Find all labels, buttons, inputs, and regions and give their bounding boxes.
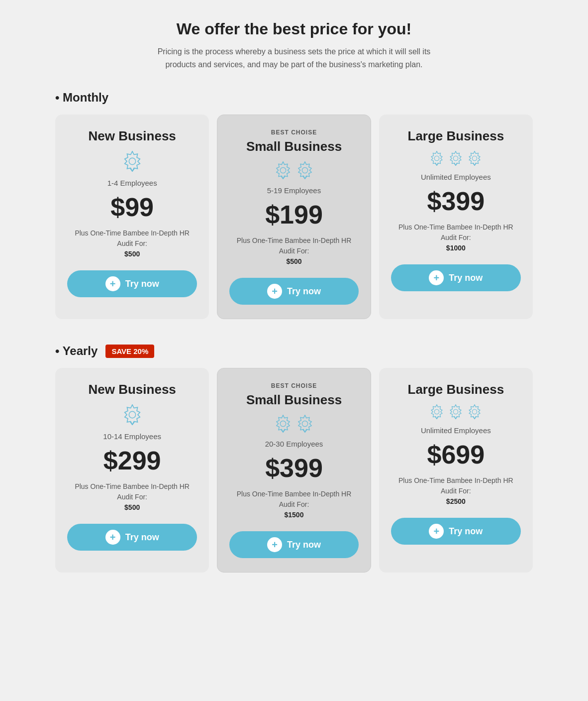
- try-now-button[interactable]: + Try now: [229, 531, 358, 558]
- svg-marker-28: [277, 415, 290, 432]
- audit-amount: $500: [286, 257, 301, 265]
- svg-point-9: [302, 167, 307, 173]
- try-btn-label: Try now: [125, 279, 159, 289]
- svg-point-41: [454, 409, 459, 414]
- audit-text: Plus One-Time Bambee In-Depth HR Audit F…: [67, 228, 197, 259]
- badge-icon: [229, 161, 358, 179]
- svg-point-5: [280, 167, 286, 173]
- card-title: New Business: [67, 128, 197, 144]
- audit-text: Plus One-Time Bambee In-Depth HR Audit F…: [67, 481, 197, 513]
- svg-point-37: [435, 409, 440, 414]
- try-btn-label: Try now: [449, 526, 483, 537]
- try-btn-label: Try now: [287, 286, 321, 297]
- audit-text: Plus One-Time Bambee In-Depth HR Audit F…: [229, 489, 358, 520]
- card-large-business-yearly: Large Business Unlimited Employees $699 …: [379, 368, 533, 573]
- try-now-button[interactable]: + Try now: [391, 264, 521, 291]
- svg-marker-24: [124, 405, 140, 425]
- monthly-cards-grid: New Business 1-4 Employees $99 Plus One-…: [55, 115, 533, 319]
- card-title: Small Business: [229, 139, 358, 154]
- price: $399: [391, 186, 521, 216]
- card-title: Small Business: [229, 392, 358, 408]
- audit-text: Plus One-Time Bambee In-Depth HR Audit F…: [391, 475, 521, 507]
- audit-amount: $1000: [446, 244, 466, 252]
- price: $99: [67, 192, 197, 222]
- try-btn-label: Try now: [287, 540, 321, 550]
- plus-icon: +: [267, 284, 282, 299]
- svg-point-21: [473, 156, 478, 161]
- badge-icon: [229, 415, 358, 433]
- card-large-business-monthly: Large Business Unlimited Employees $399 …: [379, 115, 533, 319]
- svg-marker-20: [469, 151, 480, 166]
- yearly-cards-grid: New Business 10-14 Employees $299 Plus O…: [55, 368, 533, 573]
- plus-icon: +: [429, 270, 444, 285]
- employees-text: 1-4 Employees: [67, 179, 197, 187]
- badge-icon: [391, 151, 521, 166]
- try-now-button[interactable]: + Try now: [391, 518, 521, 545]
- employees-text: 10-14 Employees: [67, 432, 197, 441]
- save-badge: SAVE 20%: [105, 345, 154, 358]
- monthly-section-title: Monthly: [55, 91, 108, 105]
- svg-marker-16: [450, 151, 461, 166]
- badge-icon: [67, 404, 197, 425]
- try-now-button[interactable]: + Try now: [67, 270, 197, 297]
- try-now-button[interactable]: + Try now: [67, 524, 197, 551]
- employees-text: 5-19 Employees: [229, 186, 358, 195]
- audit-amount: $500: [124, 250, 140, 258]
- plus-icon: +: [105, 530, 120, 545]
- svg-marker-12: [431, 151, 442, 166]
- try-btn-label: Try now: [449, 273, 483, 283]
- monthly-section: Monthly New Business 1-4 Employees $99 P…: [55, 91, 533, 319]
- svg-marker-4: [277, 162, 290, 179]
- employees-text: Unlimited Employees: [391, 173, 521, 181]
- employees-text: Unlimited Employees: [391, 426, 521, 435]
- card-small-business-monthly: BEST CHOISE Small Business 5-19 Employee…: [217, 115, 371, 319]
- svg-point-45: [473, 409, 478, 414]
- try-now-button[interactable]: + Try now: [229, 278, 358, 305]
- audit-text: Plus One-Time Bambee In-Depth HR Audit F…: [391, 222, 521, 253]
- best-choice-label: BEST CHOISE: [229, 382, 358, 389]
- yearly-section-header: Yearly SAVE 20%: [55, 344, 533, 358]
- page-subtitle: Pricing is the process whereby a busines…: [145, 45, 443, 71]
- page-wrapper: We offer the best price for you! Pricing…: [55, 20, 533, 681]
- audit-amount: $2500: [446, 497, 466, 505]
- svg-marker-8: [298, 162, 311, 179]
- svg-marker-40: [450, 405, 461, 419]
- svg-marker-36: [431, 405, 442, 419]
- badge-icon: [391, 404, 521, 419]
- price: $399: [229, 453, 358, 483]
- best-choice-label: BEST CHOISE: [229, 129, 358, 136]
- svg-point-29: [280, 421, 286, 426]
- svg-marker-44: [469, 405, 480, 419]
- svg-point-17: [454, 156, 459, 161]
- plus-icon: +: [429, 524, 444, 539]
- employees-text: 20-30 Employees: [229, 440, 358, 448]
- try-btn-label: Try now: [125, 532, 159, 543]
- audit-amount: $1500: [285, 511, 304, 519]
- monthly-section-header: Monthly: [55, 91, 533, 105]
- card-title: Large Business: [391, 128, 521, 144]
- svg-point-1: [129, 158, 135, 165]
- svg-marker-32: [298, 415, 311, 432]
- svg-point-13: [435, 156, 440, 161]
- plus-icon: +: [105, 276, 120, 291]
- audit-text: Plus One-Time Bambee In-Depth HR Audit F…: [229, 235, 358, 267]
- audit-amount: $500: [124, 503, 140, 511]
- svg-marker-0: [124, 151, 140, 171]
- svg-point-33: [302, 421, 307, 426]
- card-small-business-yearly: BEST CHOISE Small Business 20-30 Employe…: [217, 368, 371, 573]
- card-title: New Business: [67, 382, 197, 397]
- price: $199: [229, 200, 358, 230]
- price: $699: [391, 440, 521, 469]
- badge-icon: [67, 151, 197, 172]
- price: $299: [67, 446, 197, 475]
- card-title: Large Business: [391, 382, 521, 397]
- yearly-section: Yearly SAVE 20% New Business 10-14 Emplo…: [55, 344, 533, 573]
- page-title: We offer the best price for you!: [55, 20, 533, 38]
- page-header: We offer the best price for you! Pricing…: [55, 20, 533, 71]
- svg-point-25: [129, 412, 135, 418]
- plus-icon: +: [267, 537, 282, 552]
- yearly-section-title: Yearly: [55, 344, 98, 358]
- card-new-business-yearly: New Business 10-14 Employees $299 Plus O…: [55, 368, 209, 573]
- card-new-business-monthly: New Business 1-4 Employees $99 Plus One-…: [55, 115, 209, 319]
